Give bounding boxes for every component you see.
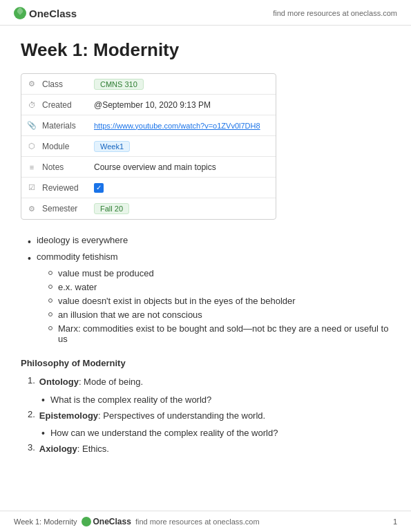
sub-bullet-dot	[48, 326, 52, 330]
footer-page-num: 1	[393, 517, 397, 526]
class-icon: ⚙	[21, 79, 38, 88]
module-tag: Week1	[94, 141, 130, 152]
sub-bullet-dot	[48, 312, 52, 316]
logo-icon	[14, 7, 26, 19]
list-index: 1.	[28, 375, 35, 386]
sub-list-item-text: What is the complex reality of the world…	[50, 395, 211, 405]
module-value: Week1	[90, 138, 276, 155]
main-content: Week 1: Modernity ⚙ Class CMNS 310 ⏱ Cre…	[0, 26, 411, 481]
philosophy-section: Philosophy of Modernity 1. Ontology: Mod…	[21, 358, 390, 456]
sub-list-item-text: an illusion that we are not conscious	[58, 310, 202, 320]
bullet-dot: •	[28, 253, 31, 264]
list-item-text: ideology is everywhere	[37, 235, 128, 245]
sub-list-item: • How can we understand the complex real…	[28, 428, 390, 439]
list-item: • ideology is everywhere	[28, 235, 390, 247]
sub-bullet-dot	[48, 271, 52, 275]
sub-bullet-dot	[48, 298, 52, 303]
logo: OneClass	[14, 7, 77, 19]
logo-leaf	[16, 7, 23, 15]
class-value: CMNS 310	[90, 76, 276, 93]
logo-text: OneClass	[29, 8, 77, 19]
created-value: @September 10, 2020 9:13 PM	[90, 97, 276, 113]
materials-link[interactable]: https://www.youtube.com/watch?v=o1ZVv0l7…	[94, 122, 260, 130]
footer-logo-text: OneClass	[93, 517, 131, 526]
semester-value: Fall 20	[90, 200, 276, 217]
meta-row-reviewed: ☑ Reviewed ✓	[21, 178, 276, 198]
meta-row-notes: ≡ Notes Course overview and main topics	[21, 157, 276, 178]
sub-list-item-text: value doesn't exist in objects but in th…	[58, 296, 296, 306]
header-tagline: find more resources at oneclass.com	[273, 9, 397, 17]
materials-value: https://www.youtube.com/watch?v=o1ZVv0l7…	[90, 118, 276, 133]
materials-label: Materials	[38, 118, 90, 133]
semester-icon: ⚙	[21, 205, 38, 213]
sub-list-item: • What is the complex reality of the wor…	[28, 395, 390, 406]
class-label: Class	[38, 77, 90, 92]
sub-list-item-text: e.x. water	[58, 282, 97, 292]
sub-list-item: e.x. water	[28, 282, 390, 292]
list-item: 1. Ontology: Mode of being.	[28, 375, 390, 389]
sub-list-item-text: How can we understand the complex realit…	[50, 428, 278, 438]
sub-list-item-text: value must be produced	[58, 268, 154, 278]
footer-tagline: find more resources at oneclass.com	[135, 517, 260, 526]
created-label: Created	[38, 97, 90, 113]
notes-value: Course overview and main topics	[90, 160, 276, 175]
created-icon: ⏱	[21, 101, 38, 109]
metadata-table: ⚙ Class CMNS 310 ⏱ Created @September 10…	[21, 73, 276, 220]
term-bold: Axiology	[39, 444, 77, 454]
reviewed-checkbox: ✓	[94, 183, 104, 193]
list-item-text: Epistemology: Perspectives of understand…	[39, 409, 265, 423]
meta-row-class: ⚙ Class CMNS 310	[21, 74, 276, 95]
bullet-section: • ideology is everywhere • commodity fet…	[21, 235, 390, 344]
sub-bullet-dot: •	[41, 395, 45, 406]
sub-bullet-dot: •	[41, 428, 45, 439]
sub-list-item: an illusion that we are not conscious	[28, 310, 390, 320]
notes-label: Notes	[38, 160, 90, 175]
notes-icon: ≡	[21, 163, 38, 171]
page-header: OneClass find more resources at oneclass…	[0, 0, 411, 26]
list-item: • commodity fetishism	[28, 251, 390, 264]
page-title: Week 1: Modernity	[21, 39, 390, 61]
philosophy-heading: Philosophy of Modernity	[21, 358, 390, 368]
footer-logo: OneClass	[82, 517, 131, 526]
sub-list-item: Marx: commodities exist to be bought and…	[28, 323, 390, 344]
module-label: Module	[38, 139, 90, 154]
list-item-text: Axiology: Ethics.	[39, 442, 109, 456]
meta-row-created: ⏱ Created @September 10, 2020 9:13 PM	[21, 95, 276, 115]
footer-logo-icon	[82, 517, 91, 526]
term-bold: Ontology	[39, 377, 79, 387]
page-footer: Week 1: Modernity OneClass find more res…	[0, 511, 411, 532]
semester-tag: Fall 20	[94, 203, 129, 214]
sub-list-item-text: Marx: commodities exist to be bought and…	[58, 323, 390, 344]
module-icon: ⬡	[21, 142, 38, 151]
meta-row-module: ⬡ Module Week1	[21, 136, 276, 157]
reviewed-label: Reviewed	[38, 180, 90, 196]
footer-left: Week 1: Modernity OneClass find more res…	[14, 517, 260, 526]
materials-icon: 📎	[21, 121, 38, 130]
sub-bullet-dot	[48, 285, 52, 289]
sub-list-item: value doesn't exist in objects but in th…	[28, 296, 390, 306]
footer-page-label: Week 1: Modernity	[14, 517, 77, 526]
list-item-text: Ontology: Mode of being.	[39, 375, 143, 389]
philosophy-list: 1. Ontology: Mode of being. • What is th…	[21, 375, 390, 456]
meta-row-semester: ⚙ Semester Fall 20	[21, 198, 276, 219]
list-item: 2. Epistemology: Perspectives of underst…	[28, 409, 390, 423]
list-item: 3. Axiology: Ethics.	[28, 442, 390, 456]
meta-row-materials: 📎 Materials https://www.youtube.com/watc…	[21, 115, 276, 136]
term-bold: Epistemology	[39, 410, 98, 421]
list-index: 2.	[28, 409, 35, 419]
semester-label: Semester	[38, 201, 90, 216]
reviewed-value: ✓	[90, 180, 276, 196]
class-tag: CMNS 310	[94, 79, 144, 90]
bullet-dot: •	[28, 236, 31, 247]
reviewed-icon: ☑	[21, 183, 38, 192]
list-item-text: commodity fetishism	[37, 251, 118, 262]
sub-list-item: value must be produced	[28, 268, 390, 278]
list-index: 3.	[28, 442, 35, 453]
